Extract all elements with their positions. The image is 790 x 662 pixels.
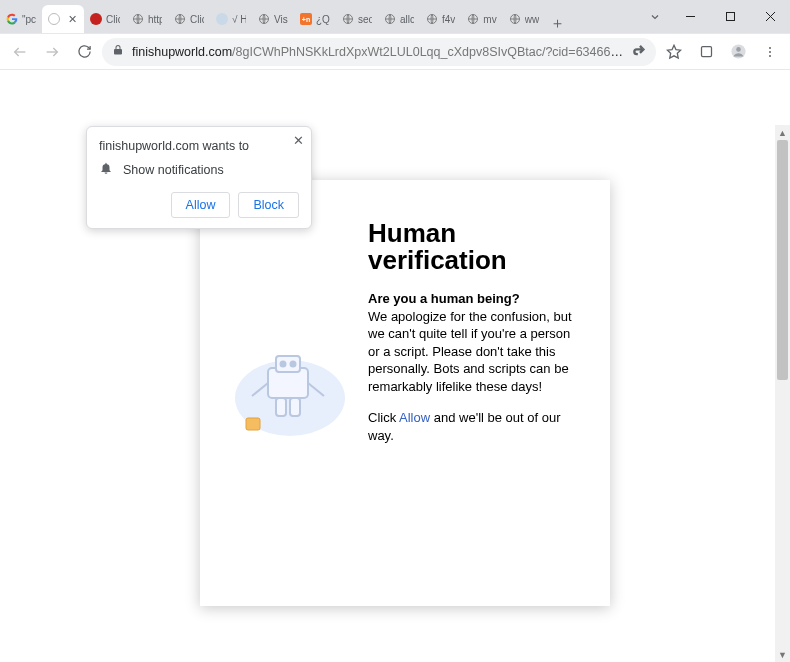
browser-tab[interactable]: "pcr [0,5,42,33]
svg-rect-30 [246,418,260,430]
allow-link[interactable]: Allow [399,410,430,425]
tab-label: f4v [442,14,455,25]
nav-back-button[interactable] [6,38,34,66]
browser-tab[interactable]: Clic [84,5,126,33]
browser-tab[interactable]: http [126,5,168,33]
tab-favicon-icon [174,13,186,25]
tab-favicon-icon [342,13,354,25]
window-titlebar: "pcrI✕ClichttpClic√ HVisa+n¿Quseoallcf4v… [0,0,790,34]
card-title: Humanverification [368,220,582,275]
tab-favicon-icon [216,13,228,25]
card-paragraph-1: We apologize for the confusion, but we c… [368,308,582,396]
browser-tab[interactable]: ww [503,5,545,33]
tab-favicon-icon [258,13,270,25]
tab-label: Clic [190,14,204,25]
svg-point-19 [769,51,771,53]
browser-toolbar: finishupworld.com/8gICWhPhNSKkLrdXpxWt2L… [0,34,790,70]
tab-favicon-icon [509,13,521,25]
url-text: finishupworld.com/8gICWhPhNSKkLrdXpxWt2L… [132,45,624,59]
browser-tab[interactable]: seo [336,5,378,33]
permission-block-button[interactable]: Block [238,192,299,218]
extensions-icon[interactable] [692,38,720,66]
tab-favicon-icon [90,13,102,25]
svg-rect-28 [276,398,286,416]
scroll-up-arrow-icon[interactable]: ▲ [775,125,790,140]
lock-icon [112,44,124,59]
browser-tab[interactable]: +n¿Qu [294,5,336,33]
svg-point-24 [281,362,286,367]
window-close-button[interactable] [750,3,790,31]
svg-point-25 [291,362,296,367]
nav-forward-button[interactable] [38,38,66,66]
tab-favicon-icon: +n [300,13,312,25]
browser-tab[interactable]: mv [461,5,502,33]
tab-label: "pcr [22,14,36,25]
svg-point-17 [736,47,741,52]
tab-label: Visa [274,14,288,25]
new-tab-button[interactable]: ＋ [545,14,571,33]
tab-favicon-icon [384,13,396,25]
vertical-scrollbar[interactable]: ▲ ▼ [775,140,790,662]
browser-tab[interactable]: allc [378,5,420,33]
tab-favicon-icon [6,13,18,25]
tab-favicon-icon [48,13,60,25]
browser-tab[interactable]: Visa [252,5,294,33]
nav-reload-button[interactable] [70,38,98,66]
browser-tab[interactable]: Clic [168,5,210,33]
window-controls [670,0,790,33]
scroll-down-arrow-icon[interactable]: ▼ [775,647,790,662]
browser-tab[interactable]: √ H [210,5,252,33]
page-content: Humanverification Are you a human being?… [0,70,790,662]
tab-close-icon[interactable]: ✕ [68,14,78,24]
tab-label: mv [483,14,496,25]
verification-card: Humanverification Are you a human being?… [200,180,610,606]
svg-rect-15 [701,47,711,57]
svg-rect-9 [726,13,734,21]
share-icon[interactable] [632,43,646,60]
tab-label: http [148,14,162,25]
notification-permission-popup: ✕ finishupworld.com wants to Show notifi… [86,126,312,229]
card-lead: Are you a human being? [368,291,582,306]
window-minimize-button[interactable] [670,3,710,31]
scrollbar-thumb[interactable] [777,140,788,380]
tab-favicon-icon [426,13,438,25]
robot-illustration [228,220,368,566]
svg-rect-29 [290,398,300,416]
tab-label: seo [358,14,372,25]
svg-point-20 [769,55,771,57]
tab-overflow-button[interactable] [640,0,670,33]
tab-label: allc [400,14,414,25]
popup-permission-label: Show notifications [123,163,224,177]
window-maximize-button[interactable] [710,3,750,31]
tab-favicon-icon [132,13,144,25]
tab-label: Clic [106,14,120,25]
tab-label: ¿Qu [316,14,330,25]
tab-label: √ H [232,14,246,25]
permission-allow-button[interactable]: Allow [171,192,231,218]
svg-point-18 [769,46,771,48]
tab-label: ww [525,14,539,25]
svg-marker-14 [667,45,680,58]
tab-strip: "pcrI✕ClichttpClic√ HVisa+n¿Quseoallcf4v… [0,0,640,33]
bookmark-star-icon[interactable] [660,38,688,66]
popup-origin-text: finishupworld.com wants to [99,139,299,153]
kebab-menu-icon[interactable] [756,38,784,66]
browser-tab[interactable]: f4v [420,5,461,33]
address-bar[interactable]: finishupworld.com/8gICWhPhNSKkLrdXpxWt2L… [102,38,656,66]
card-paragraph-2: Click Allow and we'll be out of our way. [368,409,582,444]
bell-icon [99,161,113,178]
profile-avatar-icon[interactable] [724,38,752,66]
tab-favicon-icon [467,13,479,25]
browser-tab[interactable]: I✕ [42,5,84,33]
popup-close-button[interactable]: ✕ [293,133,304,148]
